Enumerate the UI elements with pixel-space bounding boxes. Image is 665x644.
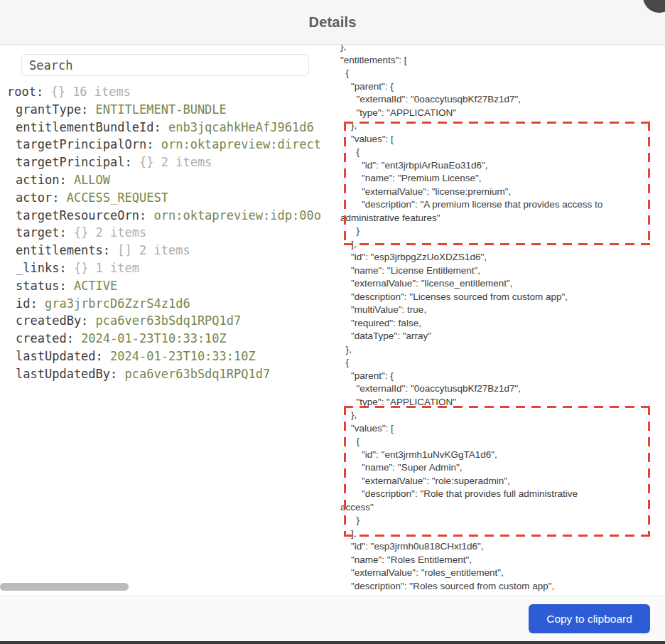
- tree-key: grantType:: [16, 102, 96, 117]
- tree-value: ACCESS_REQUEST: [67, 190, 168, 205]
- tree-value: orn:oktapreview:direct: [161, 137, 321, 151]
- copy-to-clipboard-button[interactable]: Copy to clipboard: [529, 604, 650, 633]
- tree-key: created:: [16, 331, 81, 345]
- tree-value: orn:oktapreview:idp:00o: [153, 208, 320, 222]
- tree-row-_links[interactable]: _links: {} 1 item: [0, 259, 332, 277]
- modal-header: Details: [0, 0, 665, 45]
- tree-value: ACTIVE: [74, 279, 117, 293]
- tree-value: {} 16 items: [50, 85, 131, 99]
- tree-value: pca6ver63bSdq1RPQ1d7: [96, 313, 242, 328]
- tree-row-status: status: ACTIVE: [0, 277, 332, 295]
- tree-key: root:: [7, 85, 50, 99]
- tree-value: {} 2 items: [139, 155, 212, 169]
- tree-row-lastUpdatedBy: lastUpdatedBy: pca6ver63bSdq1RPQ1d7: [0, 365, 332, 383]
- tree-key: id:: [16, 296, 45, 311]
- tree-key: actor:: [16, 190, 67, 205]
- tree-value: pca6ver63bSdq1RPQ1d7: [125, 367, 271, 381]
- tree-value: gra3jrbrcD6ZzrS4z1d6: [45, 296, 190, 311]
- tree-row-targetPrincipalOrn: targetPrincipalOrn: orn:oktapreview:dire…: [0, 136, 332, 154]
- tree-key: _links:: [16, 261, 74, 275]
- tree-row-lastUpdated: lastUpdated: 2024-01-23T10:33:10Z: [0, 348, 332, 365]
- tree-key: targetResourceOrn:: [16, 208, 153, 222]
- tree-row-id: id: gra3jrbrcD6ZzrS4z1d6: [0, 295, 332, 313]
- tree-row-entitlements[interactable]: entitlements: [] 2 items: [0, 242, 332, 259]
- json-tree-panel: root: {} 16 itemsgrantType: ENTITLEMENT-…: [0, 45, 332, 596]
- json-tree: root: {} 16 itemsgrantType: ENTITLEMENT-…: [0, 83, 332, 383]
- tree-value: [] 2 items: [117, 243, 190, 257]
- details-modal: Details root: {} 16 itemsgrantType: ENTI…: [0, 0, 665, 644]
- tree-key: lastUpdated:: [16, 349, 110, 363]
- tree-row-root[interactable]: root: {} 16 items: [0, 83, 332, 101]
- tree-value: 2024-01-23T10:33:10Z: [110, 349, 256, 363]
- modal-footer: Copy to clipboard: [0, 596, 665, 641]
- horizontal-scrollbar[interactable]: [0, 583, 129, 591]
- tree-row-targetPrincipal[interactable]: targetPrincipal: {} 2 items: [0, 154, 332, 171]
- tree-value: {} 2 items: [74, 225, 146, 240]
- search-input[interactable]: [21, 54, 309, 76]
- tree-key: entitlements:: [16, 243, 117, 257]
- tree-value: ALLOW: [74, 173, 110, 187]
- tree-key: status:: [16, 279, 74, 293]
- tree-row-actor: actor: ACCESS_REQUEST: [0, 189, 332, 207]
- tree-value: 2024-01-23T10:33:10Z: [81, 331, 227, 345]
- tree-key: action:: [16, 173, 74, 187]
- tree-key: lastUpdatedBy:: [16, 367, 125, 381]
- tree-row-targetResourceOrn: targetResourceOrn: orn:oktapreview:idp:0…: [0, 207, 332, 225]
- tree-key: entitlementBundleId:: [16, 120, 168, 134]
- modal-bottom-edge: [0, 641, 665, 644]
- tree-key: target:: [16, 225, 74, 240]
- raw-json-panel: }, "entitlements": [ { "parent": { "exte…: [332, 45, 665, 596]
- tree-key: targetPrincipal:: [16, 155, 139, 169]
- raw-json: }, "entitlements": [ { "parent": { "exte…: [340, 45, 665, 596]
- tree-value: ENTITLEMENT-BUNDLE: [96, 102, 227, 117]
- tree-row-created: created: 2024-01-23T10:33:10Z: [0, 330, 332, 348]
- tree-row-entitlementBundleId: entitlementBundleId: enb3jqcahkHeAfJ961d…: [0, 119, 332, 136]
- tree-value: {} 1 item: [74, 261, 139, 275]
- modal-title: Details: [309, 14, 357, 31]
- tree-key: targetPrincipalOrn:: [16, 137, 161, 151]
- tree-row-createdBy: createdBy: pca6ver63bSdq1RPQ1d7: [0, 312, 332, 330]
- tree-row-action: action: ALLOW: [0, 171, 332, 189]
- tree-row-grantType: grantType: ENTITLEMENT-BUNDLE: [0, 101, 332, 119]
- tree-key: createdBy:: [16, 313, 96, 328]
- tree-row-target[interactable]: target: {} 2 items: [0, 224, 332, 242]
- tree-value: enb3jqcahkHeAfJ961d6: [168, 120, 314, 134]
